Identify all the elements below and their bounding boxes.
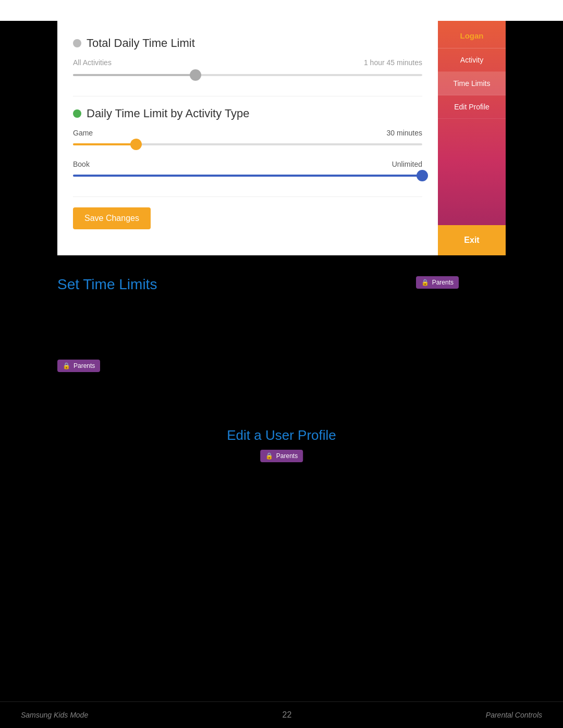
total-limit-indicator [73,39,81,47]
total-time-limit-section: Total Daily Time Limit All Activities 1 … [73,36,422,80]
activity-type-indicator [73,109,81,118]
section-divider [73,96,422,96]
parents-badge-edit-profile[interactable]: 🔒 Parents [260,450,303,462]
game-slider-thumb[interactable] [130,139,142,150]
game-label: Game [73,129,93,137]
parents-badge-2[interactable]: 🔒 Parents [57,360,100,372]
total-slider-container[interactable] [73,70,422,80]
save-divider [73,196,422,197]
footer: Samsung Kids Mode 22 Parental Controls [0,701,563,728]
activity-type-title: Daily Time Limit by Activity Type [73,107,422,120]
book-value: Unlimited [392,160,422,168]
book-label-row: Book Unlimited [73,160,422,168]
lock-icon-1: 🔒 [421,279,429,286]
footer-page-number: 22 [283,710,292,720]
main-card-area: Total Daily Time Limit All Activities 1 … [57,21,506,255]
game-value: 30 minutes [387,129,422,137]
total-time-value: 1 hour 45 minutes [364,58,422,67]
sidebar-item-activity[interactable]: Activity [438,48,506,72]
book-slider-thumb[interactable] [417,170,428,181]
sidebar: Logan Activity Time Limits Edit Profile … [438,21,506,255]
total-time-limit-title: Total Daily Time Limit [73,36,422,50]
sidebar-item-edit-profile[interactable]: Edit Profile [438,95,506,119]
sidebar-exit-button[interactable]: Exit [438,225,506,255]
lock-icon-2: 🔒 [63,362,70,369]
book-slider-fill [73,175,422,177]
footer-right: Parental Controls [486,711,542,719]
all-activities-label: All Activities [73,58,112,67]
book-slider-track [73,175,422,177]
total-slider-track [73,74,422,76]
save-changes-button[interactable]: Save Changes [73,207,151,229]
game-label-row: Game 30 minutes [73,129,422,137]
parents-badge-1[interactable]: 🔒 Parents [416,276,459,289]
total-slider-fill [73,74,195,76]
parents-badge-left: 🔒 Parents [57,360,100,372]
total-slider-labels: All Activities 1 hour 45 minutes [73,58,422,67]
bottom-section: Set Time Limits 🔒 Parents 🔒 Parents Edit… [0,255,563,693]
top-bar [0,0,563,21]
sidebar-item-time-limits[interactable]: Time Limits [438,72,506,95]
footer-left: Samsung Kids Mode [21,711,88,719]
game-slider-fill [73,143,136,145]
activity-type-section: Daily Time Limit by Activity Type Game 3… [73,107,422,181]
parents-badge-top-right: 🔒 Parents [416,276,459,289]
total-slider-thumb[interactable] [190,69,201,81]
game-slider-container[interactable] [73,139,422,150]
book-label: Book [73,160,90,168]
lock-icon-3: 🔒 [265,452,273,460]
edit-profile-title: Edit a User Profile [227,427,336,443]
edit-profile-section: Edit a User Profile 🔒 Parents [227,427,336,462]
sidebar-user-name[interactable]: Logan [438,21,506,48]
content-panel: Total Daily Time Limit All Activities 1 … [57,21,438,255]
book-slider-container[interactable] [73,170,422,181]
game-slider-track [73,143,422,145]
